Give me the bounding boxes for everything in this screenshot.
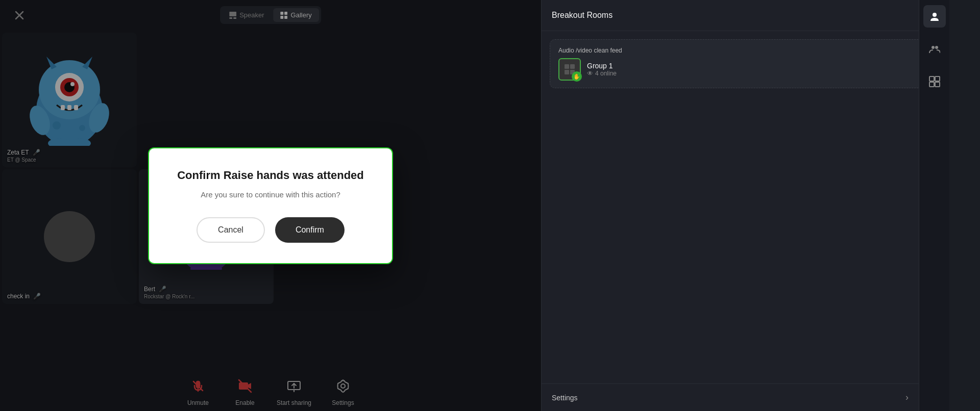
sidebar-title: Breakout Rooms (552, 11, 612, 20)
confirm-button[interactable]: Confirm (275, 217, 345, 243)
svg-rect-55 (565, 70, 569, 74)
eye-icon: 👁 (587, 70, 593, 77)
modal-overlay: Confirm Raise hands was attended Are you… (0, 0, 541, 411)
svg-rect-62 (929, 82, 934, 87)
participants-icon (929, 11, 940, 22)
participants-icon-button[interactable] (923, 5, 946, 28)
grid-view-icon-button[interactable] (923, 70, 946, 93)
svg-rect-63 (935, 82, 940, 87)
modal-title: Confirm Raise hands was attended (175, 169, 366, 182)
settings-footer-label: Settings (552, 394, 578, 402)
svg-rect-61 (935, 76, 940, 81)
sidebar-header: Breakout Rooms + (542, 0, 949, 31)
right-sidebar: Breakout Rooms + Audio /video clean feed… (541, 0, 949, 411)
group-name: Group 1 (587, 62, 916, 70)
hand-icon: ✋ (572, 71, 582, 82)
svg-rect-54 (570, 64, 575, 69)
people-icon-button[interactable] (923, 38, 946, 60)
svg-rect-53 (565, 64, 569, 69)
group-thumbnail: ✋ (558, 58, 581, 81)
breakout-card-header: Audio /video clean feed (558, 47, 933, 54)
modal-subtitle: Are you sure to continue with this actio… (175, 190, 366, 199)
group-row: ✋ Group 1 👁 4 online ⋮ (558, 58, 933, 81)
svg-rect-60 (929, 76, 934, 81)
group-info: Group 1 👁 4 online (587, 62, 916, 77)
breakout-card: Audio /video clean feed ✋ Group 1 👁 4 on… (550, 39, 941, 88)
people-icon (929, 43, 940, 55)
modal-buttons: Cancel Confirm (175, 217, 366, 243)
group-online: 👁 4 online (587, 70, 916, 77)
chevron-right-icon: › (905, 392, 909, 403)
svg-point-57 (933, 13, 937, 17)
confirm-modal: Confirm Raise hands was attended Are you… (148, 147, 393, 264)
svg-point-58 (932, 46, 935, 49)
sidebar-footer[interactable]: Settings › (542, 383, 919, 411)
svg-point-59 (935, 46, 938, 49)
sidebar-icon-bar (919, 0, 949, 411)
cancel-button[interactable]: Cancel (197, 217, 265, 243)
grid-view-icon (929, 76, 940, 87)
